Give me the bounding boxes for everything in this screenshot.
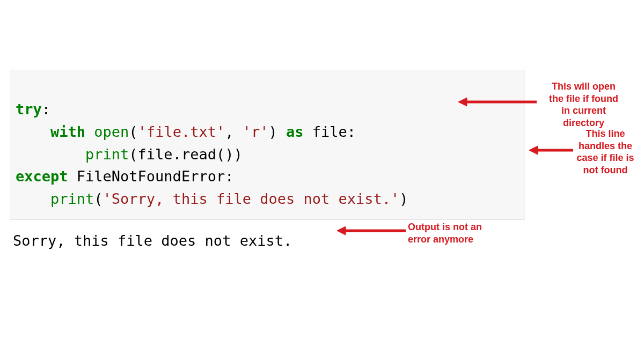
annotation-open-file: This will openthe file if foundin curren… <box>537 80 631 129</box>
function-print: print <box>50 190 94 207</box>
code-line-1: try: <box>16 101 50 117</box>
string-mode: 'r' <box>243 123 269 140</box>
keyword-try: try <box>16 101 42 117</box>
code-line-4: except FileNotFoundError: <box>16 168 233 185</box>
exception-name: FileNotFoundError <box>77 168 225 185</box>
code-line-3: print(file.read()) <box>16 146 243 163</box>
identifier-file: file <box>312 123 347 140</box>
code-block: try: with open('file.txt', 'r') as file:… <box>10 70 525 220</box>
arrow-icon <box>529 145 573 156</box>
keyword-with: with <box>50 123 85 140</box>
function-print: print <box>85 146 129 163</box>
code-line-2: with open('file.txt', 'r') as file: <box>16 123 356 140</box>
code-line-5: print('Sorry, this file does not exist.'… <box>16 190 408 207</box>
string-message: 'Sorry, this file does not exist.' <box>103 190 400 207</box>
function-open: open <box>94 123 129 140</box>
annotation-output: Output is not anerror anymore <box>408 221 499 245</box>
svg-marker-5 <box>337 226 346 235</box>
string-filename: 'file.txt' <box>138 123 225 140</box>
method-read: read <box>181 146 216 163</box>
keyword-except: except <box>16 168 68 185</box>
annotation-except: This linehandles thecase if file isnot f… <box>573 128 638 176</box>
keyword-as: as <box>286 123 304 140</box>
arrow-icon <box>458 97 537 107</box>
arrow-icon <box>337 225 406 236</box>
svg-marker-1 <box>458 98 467 106</box>
svg-marker-3 <box>529 146 538 155</box>
